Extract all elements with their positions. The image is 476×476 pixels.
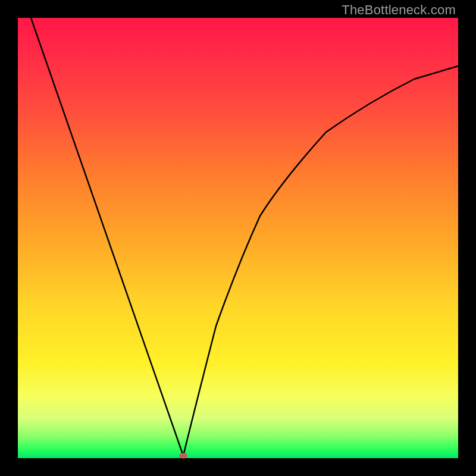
plot-area	[18, 18, 458, 458]
optimum-marker	[179, 453, 187, 459]
left-branch-curve	[31, 18, 183, 456]
right-branch-curve	[183, 66, 458, 456]
curve-svg	[18, 18, 458, 458]
watermark-text: TheBottleneck.com	[342, 2, 456, 18]
chart-frame: TheBottleneck.com	[0, 0, 476, 476]
